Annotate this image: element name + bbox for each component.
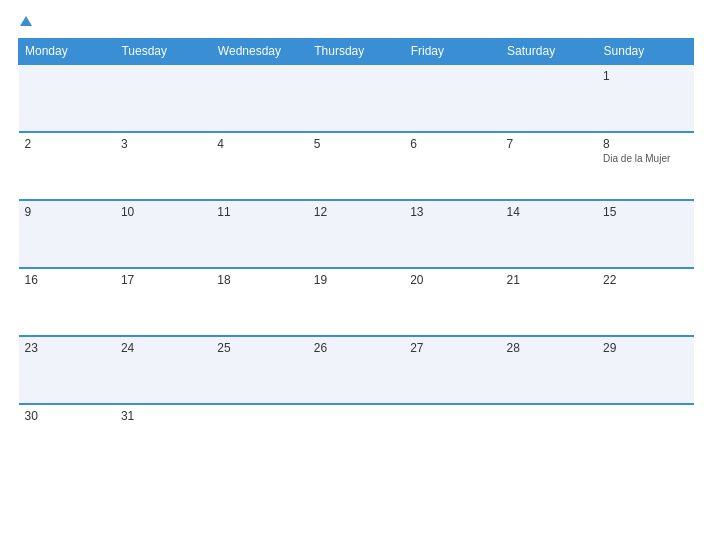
calendar-cell: 12	[308, 200, 404, 268]
day-number: 24	[121, 341, 205, 355]
day-number: 11	[217, 205, 301, 219]
day-number: 6	[410, 137, 494, 151]
day-number: 14	[507, 205, 591, 219]
calendar-cell: 18	[211, 268, 307, 336]
calendar-cell	[211, 404, 307, 472]
calendar-cell	[19, 64, 115, 132]
calendar-cell: 4	[211, 132, 307, 200]
calendar-week-row: 1	[19, 64, 694, 132]
calendar-cell: 2	[19, 132, 115, 200]
calendar-cell	[597, 404, 693, 472]
calendar-cell: 7	[501, 132, 597, 200]
calendar-week-row: 2345678Dia de la Mujer	[19, 132, 694, 200]
day-number: 13	[410, 205, 494, 219]
calendar-table: Monday Tuesday Wednesday Thursday Friday…	[18, 38, 694, 472]
col-monday: Monday	[19, 39, 115, 65]
day-number: 29	[603, 341, 687, 355]
day-number: 5	[314, 137, 398, 151]
col-friday: Friday	[404, 39, 500, 65]
day-number: 30	[25, 409, 109, 423]
logo-triangle-icon	[20, 16, 32, 26]
calendar-cell: 30	[19, 404, 115, 472]
calendar-week-row: 3031	[19, 404, 694, 472]
day-number: 22	[603, 273, 687, 287]
calendar-header-row: Monday Tuesday Wednesday Thursday Friday…	[19, 39, 694, 65]
day-number: 31	[121, 409, 205, 423]
calendar-cell: 21	[501, 268, 597, 336]
day-number: 17	[121, 273, 205, 287]
calendar-cell: 8Dia de la Mujer	[597, 132, 693, 200]
day-number: 2	[25, 137, 109, 151]
calendar-cell: 25	[211, 336, 307, 404]
calendar-cell: 6	[404, 132, 500, 200]
calendar-cell: 13	[404, 200, 500, 268]
day-number: 23	[25, 341, 109, 355]
calendar-cell: 20	[404, 268, 500, 336]
day-number: 1	[603, 69, 687, 83]
calendar-cell: 27	[404, 336, 500, 404]
day-number: 9	[25, 205, 109, 219]
calendar-cell: 9	[19, 200, 115, 268]
calendar-cell: 31	[115, 404, 211, 472]
day-number: 16	[25, 273, 109, 287]
col-saturday: Saturday	[501, 39, 597, 65]
day-number: 27	[410, 341, 494, 355]
day-number: 12	[314, 205, 398, 219]
day-number: 19	[314, 273, 398, 287]
day-number: 28	[507, 341, 591, 355]
calendar-cell: 19	[308, 268, 404, 336]
calendar-cell	[404, 64, 500, 132]
calendar-cell	[501, 64, 597, 132]
calendar-cell: 29	[597, 336, 693, 404]
day-number: 26	[314, 341, 398, 355]
calendar-cell: 24	[115, 336, 211, 404]
calendar-cell: 26	[308, 336, 404, 404]
calendar-cell: 11	[211, 200, 307, 268]
calendar-page: Monday Tuesday Wednesday Thursday Friday…	[0, 0, 712, 550]
calendar-cell: 10	[115, 200, 211, 268]
calendar-cell: 3	[115, 132, 211, 200]
calendar-cell: 28	[501, 336, 597, 404]
calendar-cell	[501, 404, 597, 472]
calendar-cell	[404, 404, 500, 472]
day-number: 18	[217, 273, 301, 287]
day-number: 10	[121, 205, 205, 219]
day-number: 8	[603, 137, 687, 151]
calendar-cell: 17	[115, 268, 211, 336]
calendar-week-row: 9101112131415	[19, 200, 694, 268]
calendar-cell: 15	[597, 200, 693, 268]
col-wednesday: Wednesday	[211, 39, 307, 65]
calendar-cell	[308, 404, 404, 472]
calendar-week-row: 16171819202122	[19, 268, 694, 336]
day-event: Dia de la Mujer	[603, 153, 687, 164]
calendar-cell: 14	[501, 200, 597, 268]
day-number: 15	[603, 205, 687, 219]
day-number: 20	[410, 273, 494, 287]
calendar-cell	[308, 64, 404, 132]
day-number: 4	[217, 137, 301, 151]
calendar-cell	[115, 64, 211, 132]
header	[18, 18, 694, 28]
calendar-cell: 5	[308, 132, 404, 200]
calendar-cell: 1	[597, 64, 693, 132]
calendar-week-row: 23242526272829	[19, 336, 694, 404]
day-number: 7	[507, 137, 591, 151]
col-thursday: Thursday	[308, 39, 404, 65]
day-number: 21	[507, 273, 591, 287]
col-tuesday: Tuesday	[115, 39, 211, 65]
day-number: 3	[121, 137, 205, 151]
calendar-cell: 23	[19, 336, 115, 404]
calendar-cell: 22	[597, 268, 693, 336]
day-number: 25	[217, 341, 301, 355]
calendar-cell	[211, 64, 307, 132]
calendar-cell: 16	[19, 268, 115, 336]
col-sunday: Sunday	[597, 39, 693, 65]
logo	[18, 18, 32, 28]
